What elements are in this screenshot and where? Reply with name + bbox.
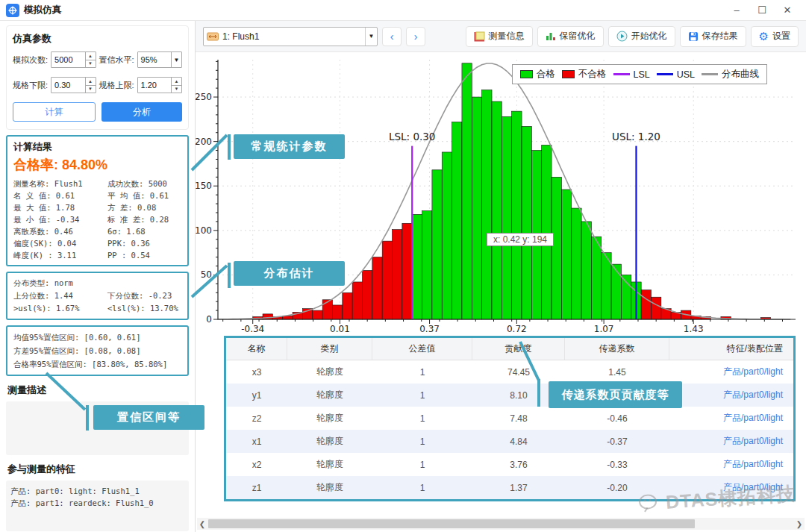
spec-lower-spinner[interactable]: ▲▼ bbox=[85, 78, 96, 93]
table-row[interactable]: z1 轮廓度 1 1.37 -0.20 产品/part0/light bbox=[226, 476, 793, 499]
svg-text:200: 200 bbox=[196, 137, 212, 147]
confidence-panel: 均值95%置信区间: [0.60, 0.61]方差95%置信区间: [0.08,… bbox=[6, 325, 189, 376]
svg-text:250: 250 bbox=[196, 92, 212, 102]
distribution-row: 上分位数: 1.44 下分位数: -0.23 bbox=[13, 290, 181, 302]
measure-info-button[interactable]: 测量信息 bbox=[466, 26, 533, 47]
pass-rate: 合格率: 84.80% bbox=[13, 156, 181, 174]
save-results-button[interactable]: 保存结果 bbox=[680, 26, 746, 47]
sim-count-label: 模拟次数: bbox=[13, 54, 48, 66]
table-row[interactable]: x3 轮廓度 1 74.45 1.45 产品/part0/light bbox=[226, 360, 793, 384]
distribution-row: 分布类型: norm bbox=[13, 277, 181, 290]
svg-text:50: 50 bbox=[201, 269, 212, 280]
sim-count-input[interactable]: 5000 ▲▼ bbox=[51, 51, 96, 68]
feature-link[interactable]: 产品/part0/light bbox=[669, 430, 793, 453]
maximize-button[interactable]: ☐ bbox=[749, 1, 775, 20]
contribution-table: 名称 类别 公差值 贡献度 传递系数 特征/装配位置 x3 轮廓度 1 74.4… bbox=[224, 336, 796, 501]
stat-line: 最 大 值: 1.78 bbox=[13, 201, 107, 213]
conf-level-select[interactable]: 95% ▼ bbox=[137, 51, 182, 68]
spec-upper-spinner[interactable]: ▲▼ bbox=[171, 78, 181, 93]
minimize-button[interactable]: – bbox=[724, 1, 749, 20]
legend-curve[interactable]: 分布曲线 bbox=[702, 68, 759, 81]
stat-line: PPK: 0.36 bbox=[107, 237, 181, 249]
svg-text:0.72: 0.72 bbox=[507, 324, 527, 333]
main-panel: 1: Flush1 ▼ ‹ › 测量信息 保留优化 开始优化 bbox=[196, 21, 806, 532]
svg-text:0.37: 0.37 bbox=[419, 324, 440, 333]
window-title: 模拟仿真 bbox=[24, 4, 61, 16]
settings-button[interactable]: ⚙ 设置 bbox=[751, 26, 799, 47]
feature-link[interactable]: 产品/part0/light bbox=[669, 384, 793, 407]
spec-lower-input[interactable]: 0.30 ▲▼ bbox=[51, 77, 96, 93]
measurement-select[interactable]: 1: Flush1 ▼ bbox=[203, 27, 378, 46]
confidence-line: 均值95%置信区间: [0.60, 0.61] bbox=[13, 331, 181, 344]
feature-link[interactable]: 产品/part0/light bbox=[669, 360, 793, 384]
curve-swatch bbox=[702, 73, 718, 75]
bar-chart-icon bbox=[546, 31, 556, 41]
measure-desc-title: 测量描述 bbox=[7, 384, 189, 397]
stat-line: 名 义 值: 0.61 bbox=[13, 190, 107, 201]
histogram-svg[interactable]: LSL: 0.30USL: 1.20050100150200250-0.340.… bbox=[196, 52, 806, 333]
stat-line: 平 均 值: 0.61 bbox=[107, 190, 181, 201]
scroll-right-icon[interactable]: ❯ bbox=[794, 520, 805, 528]
legend-lsl[interactable]: LSL bbox=[613, 69, 650, 80]
distribution-row: >usl(%): 1.67% <lsl(%): 13.70% bbox=[13, 302, 181, 315]
prev-measurement-button[interactable]: ‹ bbox=[382, 27, 402, 46]
svg-text:LSL: 0.30: LSL: 0.30 bbox=[389, 131, 436, 143]
keep-optimize-button[interactable]: 保留优化 bbox=[537, 26, 604, 47]
stat-line: 峰度(K) : 3.11 bbox=[13, 249, 107, 261]
svg-text:USL: 1.20: USL: 1.20 bbox=[612, 131, 660, 143]
stat-line: 测量名称: Flush1 bbox=[13, 178, 107, 190]
next-measurement-button[interactable]: › bbox=[406, 27, 425, 46]
table-row[interactable]: x1 轮廓度 1 4.84 -0.37 产品/part0/light bbox=[226, 430, 793, 453]
measure-icon bbox=[207, 32, 219, 41]
confidence-line: 方差95%置信区间: [0.08, 0.08] bbox=[13, 344, 181, 357]
app-logo-icon bbox=[6, 4, 19, 17]
feature-link[interactable]: 产品/part0/light bbox=[669, 407, 793, 430]
app-window: 模拟仿真 – ☐ ✕ 仿真参数 模拟次数: 5000 ▲▼ 置信水平: 95% bbox=[0, 0, 806, 532]
usl-swatch bbox=[657, 73, 673, 75]
play-icon bbox=[616, 31, 628, 42]
feature-link[interactable]: 产品/part0/light bbox=[669, 453, 793, 476]
calculate-button[interactable]: 计算 bbox=[13, 102, 96, 122]
features-title: 参与测量的特征 bbox=[7, 463, 189, 476]
start-optimize-button[interactable]: 开始优化 bbox=[608, 26, 675, 47]
feature-line: 产品: part0: light: Flush1_1 bbox=[10, 485, 184, 497]
legend-usl[interactable]: USL bbox=[657, 69, 695, 80]
table-row[interactable]: x2 轮廓度 1 3.76 -0.33 产品/part0/light bbox=[226, 453, 793, 476]
legend-pass[interactable]: 合格 bbox=[520, 68, 555, 81]
stat-line: 6σ: 1.68 bbox=[107, 225, 181, 237]
chevron-down-icon: ▼ bbox=[171, 52, 181, 67]
feature-line: 产品: part1: reardeck: Flush1_0 bbox=[10, 497, 184, 509]
save-icon bbox=[688, 31, 699, 42]
svg-text:0: 0 bbox=[206, 314, 212, 325]
distribution-panel: 分布类型: norm 上分位数: 1.44 下分位数: -0.23 >usl(%… bbox=[6, 272, 189, 320]
svg-text:100: 100 bbox=[196, 225, 212, 236]
svg-text:1.43: 1.43 bbox=[684, 324, 704, 333]
table-row[interactable]: y1 轮廓度 1 8.10 产品/part0/light bbox=[226, 384, 793, 407]
measure-desc-box bbox=[6, 401, 189, 455]
close-button[interactable]: ✕ bbox=[775, 1, 800, 20]
spec-upper-input[interactable]: 1.20 ▲▼ bbox=[137, 77, 182, 93]
features-box: 产品: part0: light: Flush1_1产品: part1: rea… bbox=[6, 481, 189, 531]
stat-line: 偏度(SK): 0.04 bbox=[13, 237, 107, 249]
svg-text:0.01: 0.01 bbox=[330, 324, 350, 333]
scrollbar-thumb[interactable] bbox=[208, 519, 695, 528]
results-panel: 计算结果 合格率: 84.80% 测量名称: Flush1名 义 值: 0.61… bbox=[6, 135, 189, 266]
horizontal-scrollbar[interactable]: ❮ ❯ bbox=[197, 518, 805, 530]
measure-info-icon bbox=[474, 31, 485, 42]
legend-fail[interactable]: 不合格 bbox=[562, 68, 607, 81]
pass-swatch bbox=[520, 70, 533, 78]
table-row[interactable]: z2 轮廓度 1 7.48 -0.46 产品/part0/light bbox=[226, 407, 793, 430]
svg-text:150: 150 bbox=[196, 181, 212, 191]
spec-upper-label: 规格上限: bbox=[99, 80, 134, 91]
stat-line: 成功次数: 5000 bbox=[107, 178, 181, 190]
sim-count-spinner[interactable]: ▲▼ bbox=[85, 52, 96, 67]
toolbar: 1: Flush1 ▼ ‹ › 测量信息 保留优化 开始优化 bbox=[196, 21, 806, 52]
chart-tooltip: x: 0.42 y: 194 bbox=[487, 233, 554, 246]
lsl-swatch bbox=[613, 73, 630, 75]
feature-link[interactable]: 产品/part0/light bbox=[669, 476, 793, 499]
histogram-chart[interactable]: LSL: 0.30USL: 1.20050100150200250-0.340.… bbox=[196, 52, 806, 333]
scroll-left-icon[interactable]: ❮ bbox=[197, 520, 207, 528]
conf-level-label: 置信水平: bbox=[99, 54, 134, 66]
analyze-button[interactable]: 分析 bbox=[101, 102, 183, 122]
stats-left-column: 测量名称: Flush1名 义 值: 0.61最 大 值: 1.78最 小 值:… bbox=[13, 178, 107, 261]
